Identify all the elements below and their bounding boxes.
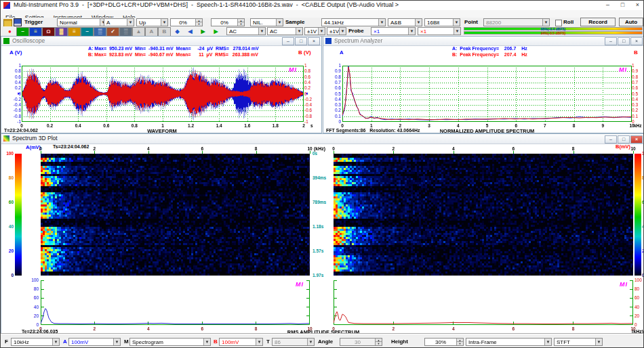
- oscilloscope-icon[interactable]: ~: [16, 27, 29, 37]
- axis-tick-label: 1.18s: [313, 224, 333, 229]
- axis-tick-label: 0.4: [304, 80, 321, 85]
- range-a-display-select[interactable]: 100mV▼: [68, 338, 121, 346]
- axis-tick-label: 1: [155, 123, 171, 128]
- roll-checkbox[interactable]: [555, 20, 562, 26]
- probe-calibration-icon: ▲: [132, 27, 145, 37]
- coupling-b-select[interactable]: AC▼: [267, 27, 303, 35]
- range-a-select[interactable]: ±1V▼: [304, 27, 325, 35]
- axis-tick-label: 0.5: [326, 91, 341, 96]
- run-icon[interactable]: ▶: [197, 27, 209, 37]
- trigger-hpf-select[interactable]: NIL.▼: [250, 18, 283, 26]
- angle-spinner[interactable]: 30▲▼: [340, 338, 382, 346]
- chevron-down-icon[interactable]: ▼: [408, 28, 415, 35]
- axis-tick-label: 0: [304, 91, 321, 96]
- axis-tick-label: 0.2: [326, 108, 341, 112]
- chevron-down-icon[interactable]: ▼: [542, 19, 549, 26]
- spinner-down-icon[interactable]: ▼: [195, 22, 202, 26]
- spinner-down-icon[interactable]: ▼: [375, 341, 382, 345]
- data-logger-icon[interactable]: ≡: [68, 27, 81, 37]
- trigger-source-select[interactable]: A▼: [104, 18, 134, 26]
- coupling-a-select[interactable]: AC▼: [226, 27, 266, 35]
- window-close-button[interactable]: ×: [630, 1, 644, 9]
- axis-tick-label: 394ms: [313, 175, 333, 180]
- chevron-down-icon[interactable]: ▼: [276, 19, 283, 26]
- chevron-down-icon[interactable]: ▼: [595, 339, 602, 345]
- axis-tick-label: 2: [393, 123, 407, 128]
- range-b-display-select[interactable]: 100mV▼: [219, 338, 263, 346]
- chevron-down-icon[interactable]: ▼: [378, 19, 385, 26]
- record-icon[interactable]: ●: [3, 27, 16, 37]
- spectrum-3d-plot-titlebar[interactable]: Spectrum 3D Plot –□×: [1, 134, 644, 144]
- coupling-a-select-value: AC: [229, 28, 237, 35]
- trigger-level-spinner[interactable]: 0%▲▼: [170, 18, 203, 26]
- chevron-down-icon[interactable]: ▼: [113, 339, 120, 345]
- axis-tick-label: 6: [195, 146, 209, 151]
- window-minimize-button[interactable]: –: [601, 1, 615, 9]
- panel-minimize-icon[interactable]: –: [282, 37, 294, 45]
- chevron-down-icon[interactable]: ▼: [453, 19, 460, 26]
- chevron-down-icon[interactable]: ▼: [415, 19, 422, 26]
- frame-count-select[interactable]: 86▼: [272, 338, 315, 346]
- chevron-down-icon[interactable]: ▼: [544, 339, 551, 345]
- panel-close-icon[interactable]: ×: [630, 135, 643, 144]
- color-scale-b: [635, 154, 641, 276]
- probe-a-select[interactable]: ×1▼: [371, 27, 416, 35]
- spectrum-analyzer-icon[interactable]: ≡: [29, 27, 42, 37]
- vibrometer-icon[interactable]: ░: [119, 27, 132, 37]
- window-titlebar[interactable]: Multi-Instrument Pro 3.9 - [+3DP+DLG+LCR…: [1, 1, 644, 11]
- trigger-delay-spinner[interactable]: 0%▲▼: [211, 18, 245, 26]
- signal-generator-icon[interactable]: ~: [81, 27, 94, 37]
- record-button[interactable]: Record: [580, 18, 616, 26]
- spinner-down-icon[interactable]: ▼: [456, 341, 463, 345]
- panel-minimize-icon[interactable]: –: [605, 37, 617, 45]
- chevron-down-icon[interactable]: ▼: [318, 28, 325, 35]
- bit-depth-select[interactable]: 16Bit▼: [424, 18, 460, 26]
- chevron-down-icon[interactable]: ▼: [339, 28, 346, 35]
- trigger-edge-select[interactable]: Up▼: [136, 18, 168, 26]
- window-maximize-button[interactable]: □: [616, 1, 630, 9]
- axis-tick-label: 0.8: [632, 74, 644, 79]
- auto-button[interactable]: Auto: [619, 18, 643, 26]
- chevron-down-icon[interactable]: ▼: [203, 339, 210, 345]
- frame-mode-select[interactable]: Intra-Frame▼: [466, 338, 552, 346]
- panel-restore-icon[interactable]: □: [618, 37, 630, 45]
- chevron-down-icon[interactable]: ▼: [258, 28, 265, 35]
- multimeter-icon[interactable]: Ω: [42, 27, 55, 37]
- probe-b-select[interactable]: ×1▼: [418, 27, 461, 35]
- peak-frequency-a: A: Peak Frequency= 206.7 Hz: [452, 46, 527, 51]
- input-device-icon[interactable]: ◆: [171, 27, 184, 37]
- chevron-down-icon[interactable]: ▼: [454, 28, 460, 35]
- chevron-down-icon[interactable]: ▼: [296, 28, 302, 35]
- chevron-down-icon[interactable]: ▼: [307, 339, 314, 345]
- panel-restore-icon[interactable]: □: [295, 37, 307, 45]
- chevron-down-icon[interactable]: ▼: [52, 339, 59, 345]
- range-b-select[interactable]: ±1V▼: [327, 27, 346, 35]
- spectrum-3d-plot-panel: Spectrum 3D Plot –□× A(mV) Ts=23:24:04.0…: [1, 133, 644, 334]
- panel-close-icon[interactable]: ×: [308, 37, 320, 45]
- chevron-down-icon[interactable]: ▼: [256, 339, 262, 345]
- sampling-channels-select[interactable]: A&B▼: [388, 18, 422, 26]
- output-device-icon[interactable]: ◀: [184, 27, 197, 37]
- oscilloscope-titlebar[interactable]: Oscilloscope –□×: [1, 37, 321, 46]
- height-spinner[interactable]: 30%▲▼: [424, 338, 464, 346]
- panel-minimize-icon[interactable]: –: [605, 135, 617, 144]
- trigger-mode-select[interactable]: Normal▼: [57, 18, 107, 26]
- chevron-down-icon[interactable]: ▼: [127, 19, 134, 26]
- display-mode-select[interactable]: Spectrogram▼: [129, 338, 211, 346]
- loop-run-icon[interactable]: ▶: [209, 27, 222, 37]
- frequency-range-select[interactable]: 10kHz▼: [11, 338, 60, 346]
- panel-close-icon[interactable]: ×: [630, 37, 643, 45]
- axis-tick-label: 0.6: [98, 123, 115, 128]
- derived-data-icon[interactable]: ▒: [94, 27, 106, 37]
- sampling-rate-select[interactable]: 44.1kHz▼: [321, 18, 386, 26]
- method-select[interactable]: STFT▼: [554, 338, 603, 346]
- panel-restore-icon[interactable]: □: [618, 135, 630, 144]
- spectrum-3d-plot-icon[interactable]: ▓: [55, 27, 68, 37]
- chevron-down-icon[interactable]: ▼: [161, 19, 167, 26]
- device-test-plan-icon[interactable]: ✓: [106, 27, 119, 37]
- sampling-points-select[interactable]: 88200▼: [483, 18, 550, 26]
- spectrum-analyzer-titlebar[interactable]: Spectrum Analyzer –□×: [323, 37, 644, 46]
- axis-tick-label: 8: [567, 123, 581, 128]
- spinner-down-icon[interactable]: ▼: [237, 22, 244, 26]
- angle-label: Angle: [318, 338, 333, 346]
